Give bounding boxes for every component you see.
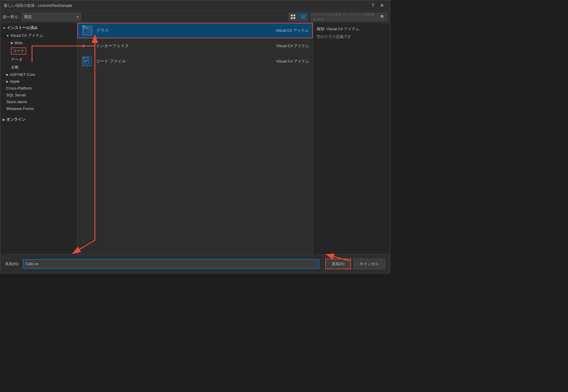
interface-icon [81,40,93,52]
items-area: C# C# クラス Visual C# アイテム [77,23,313,254]
sidebar-online-header[interactable]: ▶ オンライン [0,116,77,123]
web-triangle: ▶ [11,41,13,44]
class-item-name: クラス [96,28,255,33]
svg-rect-0 [291,15,293,16]
item-row-class[interactable]: C# C# クラス Visual C# アイテム [77,23,313,38]
aspnet-triangle: ▶ [6,73,9,76]
cross-platform-label: Cross-Platform [6,86,32,90]
interface-item-category: Visual C# アイテム [256,43,309,49]
aspnet-label: ASP.NET Core [10,72,35,77]
interface-dot [82,44,85,47]
search-icon: 🔍 [380,15,385,19]
codefile-item-name: コード ファイル [96,59,256,64]
item-row-interface[interactable]: インターフェイス Visual C# アイテム [77,38,313,54]
data-label: データ [11,57,23,62]
add-item-dialog: 新しい項目の追加 - LiveUnitTestSample ? ✕ 並べ替え: … [0,0,390,273]
sidebar-item-visual-csharp[interactable]: ▼ Visual C# アイテム [0,32,77,39]
code-highlight-box: コード [11,47,26,55]
sidebar-item-aspnet[interactable]: ▶ ASP.NET Core [0,71,77,78]
list-view-button[interactable] [299,13,308,21]
sidebar: ▼ インストール済み ▼ Visual C# アイテム ▶ Web コード [0,23,77,254]
search-placeholder: インストール済み テンプレートの検索 (Ctrl+E [313,12,380,21]
details-kind: 種類: Visual C# アイテム [317,26,386,32]
svg-rect-4 [301,15,306,16]
sidebar-item-general[interactable]: 全般 [0,63,77,71]
sidebar-installed-header[interactable]: ▼ インストール済み [0,24,77,32]
help-button[interactable]: ? [369,3,376,9]
title-bar-left: 新しい項目の追加 - LiveUnitTestSample [4,3,72,8]
visual-csharp-label: Visual C# アイテム [10,33,43,38]
interface-item-name: インターフェイス [96,43,256,49]
interface-line [86,46,92,46]
general-label: 全般 [11,65,19,70]
sidebar-item-storm-items[interactable]: Storm Items [0,98,77,105]
windows-forms-label: Windows Forms [6,106,34,111]
title-bar: 新しい項目の追加 - LiveUnitTestSample ? ✕ [0,0,390,11]
svg-rect-3 [293,17,295,19]
svg-rect-2 [291,17,293,19]
search-box: インストール済み テンプレートの検索 (Ctrl+E 🔍 [310,13,387,21]
close-button[interactable]: ✕ [378,3,386,9]
installed-label: インストール済み [7,25,38,31]
sidebar-item-apple[interactable]: ▶ Apple [0,78,77,85]
svg-rect-6 [301,18,306,19]
name-input[interactable] [23,259,319,269]
svg-rect-5 [301,16,306,17]
sort-select-wrap: 既定 名前 種類 [22,13,81,21]
main-content: ▼ インストール済み ▼ Visual C# アイテム ▶ Web コード [0,23,390,254]
sidebar-item-code[interactable]: コード [0,46,77,56]
item-row-codefile[interactable]: C# コード ファイル Visual C# アイテム [77,54,313,69]
add-button[interactable]: 追加(A) [325,259,351,269]
title-bar-right: ? ✕ [369,3,386,9]
svg-text:C#: C# [83,57,85,59]
codefile-icon-graphic: C# [82,57,92,66]
grid-view-button[interactable] [288,13,298,21]
details-description: 空のクラス定義です [317,34,386,39]
codefile-item-category: Visual C# アイテム [256,59,309,64]
details-panel: 種類: Visual C# アイテム 空のクラス定義です [313,23,390,254]
online-triangle: ▶ [3,118,5,121]
codefile-icon: C# [81,55,93,67]
name-label: 名前(N): [5,261,19,267]
interface-icon-graphic [82,44,92,47]
online-label: オンライン [6,117,25,122]
storm-items-label: Storm Items [6,100,27,104]
installed-triangle: ▼ [3,26,6,30]
apple-label: Apple [10,79,20,84]
sidebar-item-cross-platform[interactable]: Cross-Platform [0,85,77,92]
svg-rect-1 [293,15,295,16]
sidebar-item-data[interactable]: データ [0,56,77,63]
dialog-title: 新しい項目の追加 - LiveUnitTestSample [4,3,72,8]
sidebar-item-windows-forms[interactable]: Windows Forms [0,105,77,112]
class-item-category: Visual C# アイテム [255,28,309,33]
view-buttons [288,13,308,21]
toolbar: 並べ替え: 既定 名前 種類 インストール済み [0,11,390,23]
apple-triangle: ▶ [6,80,9,83]
class-icon-graphic: C# C# [83,26,92,35]
web-label: Web [15,41,23,45]
bottom-buttons: 追加(A) キャンセル [325,259,385,269]
cancel-button[interactable]: キャンセル [353,259,385,269]
class-icon: C# C# [82,25,93,36]
sql-server-label: SQL Server [6,93,26,97]
code-label: コード [11,47,26,55]
sidebar-item-web[interactable]: ▶ Web [0,39,77,46]
sidebar-item-sql-server[interactable]: SQL Server [0,92,77,98]
visual-csharp-triangle: ▼ [6,34,9,37]
sort-dropdown[interactable]: 既定 名前 種類 [22,13,81,21]
sort-label: 並べ替え: [3,14,19,20]
bottom-bar: 名前(N): 追加(A) キャンセル [0,254,390,273]
